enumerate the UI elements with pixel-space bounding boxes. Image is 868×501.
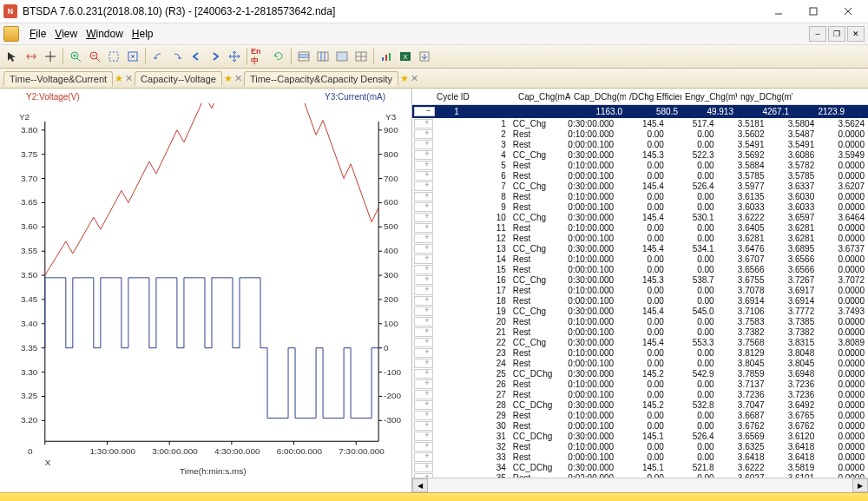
table-row[interactable]: +9Rest0:00:00.1000.000.003.60333.60330.0… [412, 201, 868, 212]
table-row[interactable]: +19CC_Chg0:30:00.000145.4545.03.71063.77… [412, 306, 868, 316]
col-eff[interactable]: /DChg Efficiency [626, 92, 681, 102]
star-icon[interactable]: ★ [224, 73, 233, 84]
refresh-icon[interactable] [270, 48, 287, 65]
col-capdchg[interactable]: Cap_DChg(mAh) [570, 92, 626, 102]
star-icon[interactable]: ★ [400, 73, 409, 84]
cursor-tool-icon[interactable] [3, 48, 21, 65]
svg-text:3.20: 3.20 [21, 415, 38, 425]
table-row[interactable]: +34CC_DChg0:30:00.000145.1521.83.62223.5… [412, 462, 868, 472]
svg-text:-200: -200 [384, 391, 401, 400]
svg-text:-100: -100 [384, 367, 401, 377]
table-row[interactable]: +4CC_Chg0:30:00.000145.3522.33.56923.608… [412, 149, 868, 160]
svg-rect-15 [299, 52, 309, 61]
close-button[interactable] [832, 2, 865, 21]
mdi-minimize-button[interactable]: – [809, 26, 826, 42]
table-row[interactable]: +7CC_Chg0:30:00.000145.4526.43.59773.633… [412, 181, 868, 191]
table-row[interactable]: +16CC_Chg0:30:00.000145.3538.73.67553.72… [412, 274, 868, 285]
menu-help[interactable]: Help [128, 26, 157, 42]
star-icon[interactable]: ★ [115, 73, 123, 84]
table-row[interactable]: +27Rest0:00:00.1000.000.003.72363.72360.… [412, 389, 868, 399]
tab-time-capacity[interactable]: Time--Capacity&Capacity Density [244, 71, 398, 86]
table-row[interactable]: +32Rest0:10:00.0000.000.003.63253.64180.… [412, 441, 868, 452]
tab-capacity-voltage[interactable]: Capacity--Voltage [135, 71, 222, 86]
tab-time-voltage-current[interactable]: Time--Voltage&Current [3, 71, 113, 86]
zoom-box-icon[interactable] [105, 48, 122, 65]
prev-icon[interactable] [187, 48, 205, 65]
close-tab-icon[interactable]: ✕ [411, 73, 418, 84]
table-row[interactable]: +26Rest0:10:00.0000.000.003.71373.72360.… [412, 379, 868, 389]
svg-text:500: 500 [384, 221, 398, 231]
chart-area[interactable]: Y2 Y3 X Time(h:min:s.ms) 3.803.753.703.6… [7, 103, 404, 477]
table-row[interactable]: +28CC_DChg0:30:00.000145.2532.83.70473.6… [412, 399, 868, 410]
table-row[interactable]: +2Rest0:10:00.0000.000.003.56023.54870.0… [412, 129, 868, 139]
export-icon[interactable] [416, 48, 433, 65]
scroll-right-icon[interactable]: ▶ [852, 478, 868, 492]
mdi-restore-button[interactable]: ❐ [828, 26, 845, 42]
table-row[interactable]: +15Rest0:00:00.1000.000.003.65663.65660.… [412, 264, 868, 274]
y2-axis-name: Y2 [19, 112, 30, 122]
svg-text:3.30: 3.30 [21, 367, 38, 377]
menu-file[interactable]: File [26, 26, 49, 42]
table-row[interactable]: +18Rest0:00:00.1000.000.003.69143.69140.… [412, 295, 868, 306]
svg-text:-300: -300 [384, 415, 401, 425]
table-row[interactable]: +29Rest0:10:00.0000.000.003.66873.67650.… [412, 410, 868, 420]
table-row[interactable]: +25CC_DChg0:30:00.000145.2542.93.78593.6… [412, 368, 868, 379]
col-engydchg[interactable]: ngy_DChg(mWh [737, 92, 792, 102]
redo-icon[interactable] [168, 48, 186, 65]
table-row[interactable]: +5Rest0:10:00.0000.000.003.58843.57820.0… [412, 160, 868, 170]
maximize-button[interactable] [797, 2, 830, 21]
chart-icon[interactable] [378, 48, 395, 65]
table-row[interactable]: +33Rest0:00:00.1000.000.003.64183.64180.… [412, 452, 868, 462]
scroll-left-icon[interactable]: ◀ [412, 478, 428, 492]
table-row[interactable]: +30Rest0:00:00.1000.000.003.67623.67620.… [412, 420, 868, 431]
table-row[interactable]: +24Rest0:00:00.1000.000.003.80453.80450.… [412, 358, 868, 368]
menu-view[interactable]: View [51, 26, 81, 42]
svg-text:3.80: 3.80 [21, 125, 38, 135]
col-engychg[interactable]: Engy_Chg(mWh) [681, 92, 737, 102]
chart-tab-bar: Time--Voltage&Current ★ ✕ Capacity--Volt… [0, 69, 868, 89]
table-row[interactable]: +31CC_DChg0:30:00.000145.1526.43.65693.6… [412, 431, 868, 441]
table-row[interactable]: +14Rest0:10:00.0000.000.003.67073.65660.… [412, 254, 868, 264]
table-row[interactable]: +13CC_Chg0:30:00.000145.4534.13.64763.68… [412, 243, 868, 254]
table-row[interactable]: +1CC_Chg0:30:00.000145.4517.43.51813.580… [412, 118, 868, 129]
horizontal-scrollbar[interactable]: ◀ ▶ [412, 478, 868, 492]
crosshair-icon[interactable] [42, 48, 59, 65]
mdi-close-button[interactable]: ✕ [847, 26, 865, 42]
col-cycle-id[interactable]: Cycle ID [433, 92, 473, 102]
table-row[interactable]: +12Rest0:00:00.1000.000.003.62813.62810.… [412, 233, 868, 243]
table-row[interactable]: +20Rest0:10:00.0000.000.003.75833.73850.… [412, 316, 868, 326]
table-row[interactable]: +21Rest0:00:00.1000.000.003.73823.73820.… [412, 326, 868, 337]
minimize-button[interactable] [762, 2, 795, 21]
grid-body[interactable]: −11163.0580.549.9134267.12123.9+1CC_Chg0… [412, 105, 868, 478]
svg-text:7:30:00.000: 7:30:00.000 [339, 446, 385, 456]
svg-text:3.75: 3.75 [21, 149, 38, 159]
excel-icon[interactable]: X [397, 48, 414, 65]
zoom-x-icon[interactable] [23, 48, 40, 65]
table4-icon[interactable] [352, 48, 370, 65]
next-icon[interactable] [207, 48, 224, 65]
table3-icon[interactable] [333, 48, 351, 65]
table-row[interactable]: +10CC_Chg0:30:00.000145.4530.13.62223.65… [412, 212, 868, 222]
undo-icon[interactable] [149, 48, 167, 65]
table1-icon[interactable] [295, 48, 312, 65]
col-capchg[interactable]: Cap_Chg(mAh) [515, 92, 570, 102]
table-row[interactable]: +22CC_Chg0:30:00.000145.4553.33.75683.83… [412, 337, 868, 347]
menu-window[interactable]: Window [82, 26, 127, 42]
svg-text:0: 0 [384, 343, 389, 353]
close-tab-icon[interactable]: ✕ [125, 73, 133, 84]
table-row[interactable]: +3Rest0:00:00.1000.000.003.54913.54910.0… [412, 139, 868, 149]
move-icon[interactable] [226, 48, 243, 65]
zoom-in-icon[interactable] [67, 48, 84, 65]
table2-icon[interactable] [314, 48, 332, 65]
table-row[interactable]: +8Rest0:10:00.0000.000.003.61353.60300.0… [412, 191, 868, 201]
cycle-row[interactable]: −11163.0580.549.9134267.12123.9 [412, 105, 868, 118]
language-icon[interactable]: En中 [251, 48, 268, 65]
close-tab-icon[interactable]: ✕ [234, 73, 242, 84]
data-grid-pane: Cycle ID Cap_Chg(mAh) Cap_DChg(mAh) /DCh… [412, 89, 868, 492]
table-row[interactable]: +23Rest0:10:00.0000.000.003.81293.80480.… [412, 347, 868, 358]
fit-icon[interactable] [124, 48, 141, 65]
table-row[interactable]: +6Rest0:00:00.1000.000.003.57853.57850.0… [412, 170, 868, 181]
table-row[interactable]: +11Rest0:10:00.0000.000.003.64053.62810.… [412, 222, 868, 233]
table-row[interactable]: +17Rest0:10:00.0000.000.003.70783.69170.… [412, 285, 868, 295]
zoom-out-icon[interactable] [86, 48, 103, 65]
